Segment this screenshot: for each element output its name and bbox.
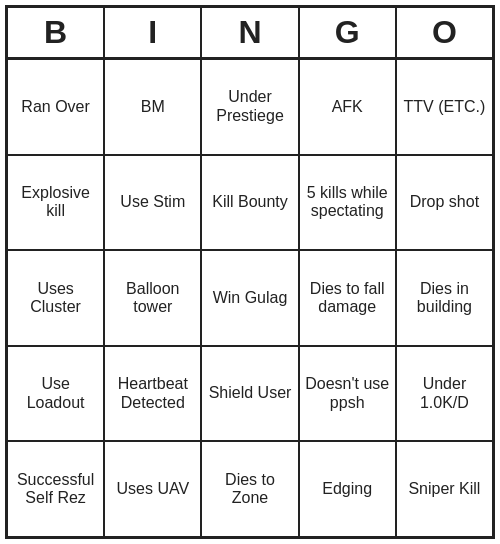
bingo-cell: Ran Over (8, 60, 105, 154)
cell-text: TTV (ETC.) (404, 98, 486, 116)
cell-text: BM (141, 98, 165, 116)
bingo-cell: TTV (ETC.) (397, 60, 492, 154)
header-letter: N (202, 8, 299, 57)
bingo-cell: Dies in building (397, 251, 492, 345)
cell-text: Kill Bounty (212, 193, 288, 211)
bingo-cell: Successful Self Rez (8, 442, 105, 536)
header-letter: G (300, 8, 397, 57)
bingo-row: Ran OverBMUnder PrestiegeAFKTTV (ETC.) (8, 60, 492, 156)
bingo-cell: Use Stim (105, 156, 202, 250)
cell-text: Edging (322, 480, 372, 498)
cell-text: Uses UAV (117, 480, 190, 498)
bingo-cell: Doesn't use ppsh (300, 347, 397, 441)
cell-text: Win Gulag (213, 289, 288, 307)
cell-text: Under 1.0K/D (401, 375, 488, 412)
header-letter: I (105, 8, 202, 57)
cell-text: Uses Cluster (12, 280, 99, 317)
header-letter: B (8, 8, 105, 57)
bingo-row: Use LoadoutHeartbeat DetectedShield User… (8, 347, 492, 443)
bingo-cell: 5 kills while spectating (300, 156, 397, 250)
cell-text: Heartbeat Detected (109, 375, 196, 412)
bingo-cell: Under 1.0K/D (397, 347, 492, 441)
cell-text: Successful Self Rez (12, 471, 99, 508)
bingo-cell: Edging (300, 442, 397, 536)
cell-text: Under Prestiege (206, 88, 293, 125)
bingo-row: Explosive killUse StimKill Bounty5 kills… (8, 156, 492, 252)
bingo-row: Successful Self RezUses UAVDies to ZoneE… (8, 442, 492, 536)
cell-text: Drop shot (410, 193, 479, 211)
cell-text: Use Stim (120, 193, 185, 211)
cell-text: AFK (332, 98, 363, 116)
bingo-cell: Kill Bounty (202, 156, 299, 250)
bingo-cell: Shield User (202, 347, 299, 441)
bingo-cell: Under Prestiege (202, 60, 299, 154)
bingo-card: BINGO Ran OverBMUnder PrestiegeAFKTTV (E… (5, 5, 495, 539)
bingo-cell: Sniper Kill (397, 442, 492, 536)
cell-text: Doesn't use ppsh (304, 375, 391, 412)
bingo-cell: AFK (300, 60, 397, 154)
bingo-cell: Explosive kill (8, 156, 105, 250)
cell-text: Sniper Kill (408, 480, 480, 498)
cell-text: Ran Over (21, 98, 89, 116)
cell-text: Shield User (209, 384, 292, 402)
bingo-cell: Dies to Zone (202, 442, 299, 536)
bingo-cell: Uses Cluster (8, 251, 105, 345)
bingo-cell: Win Gulag (202, 251, 299, 345)
bingo-grid: Ran OverBMUnder PrestiegeAFKTTV (ETC.)Ex… (8, 60, 492, 536)
cell-text: Explosive kill (12, 184, 99, 221)
header-letter: O (397, 8, 492, 57)
bingo-cell: Uses UAV (105, 442, 202, 536)
cell-text: Dies in building (401, 280, 488, 317)
bingo-cell: Dies to fall damage (300, 251, 397, 345)
bingo-cell: Use Loadout (8, 347, 105, 441)
bingo-cell: BM (105, 60, 202, 154)
bingo-cell: Heartbeat Detected (105, 347, 202, 441)
bingo-cell: Drop shot (397, 156, 492, 250)
bingo-header: BINGO (8, 8, 492, 60)
cell-text: Use Loadout (12, 375, 99, 412)
cell-text: Balloon tower (109, 280, 196, 317)
bingo-row: Uses ClusterBalloon towerWin GulagDies t… (8, 251, 492, 347)
cell-text: Dies to Zone (206, 471, 293, 508)
cell-text: Dies to fall damage (304, 280, 391, 317)
bingo-cell: Balloon tower (105, 251, 202, 345)
cell-text: 5 kills while spectating (304, 184, 391, 221)
